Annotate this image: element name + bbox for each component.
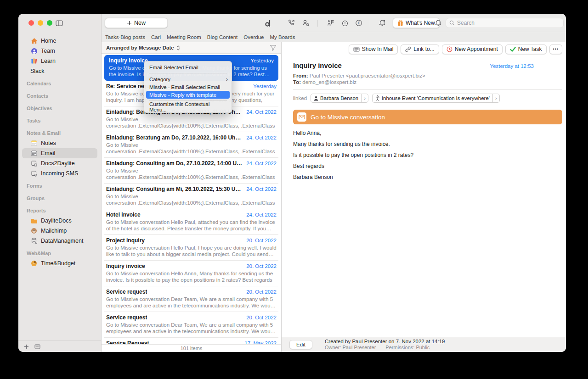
email-from: From: Paul Presenter <paul.praesentator@… [293,72,562,79]
tab-carl[interactable]: Carl [151,34,161,40]
euro-icon[interactable]: € [355,19,363,27]
search-icon [449,20,455,26]
email-list-item[interactable]: Einladung: Beratung am Do, 27.10.2022, 1… [104,132,278,158]
menu-item-category[interactable]: Category› [144,75,232,83]
email-list-item[interactable]: Einladung: Consulting am Mi, 26.10.2022,… [104,184,278,209]
menu-separator [149,73,227,73]
sidebar-item-notes[interactable]: Notes [22,138,97,148]
sidebar-nav: Home Team Learn Slack Calendars Contacts… [18,36,101,268]
email-body: Hello Anna, Many thanks for sending us t… [293,124,562,180]
email-list-item[interactable]: Service Request17. May 2022 [104,338,278,344]
filter-icon[interactable] [270,45,277,51]
submenu-arrow-icon: › [226,77,228,82]
envelope-icon [297,112,306,122]
sidebar-section-forms[interactable]: Forms [18,181,101,191]
sidebar-item-docs2daylite[interactable]: Docs2Daylite [22,158,97,168]
sidebar-item-incoming-sms[interactable]: Incoming SMS [22,168,97,178]
created-info: Created by Paul Presenter on 7. Nov 2022… [325,339,445,345]
list-sort-header[interactable]: Arranged by Message Date [102,42,281,54]
close-button[interactable] [28,20,34,26]
menu-item-missive-reply-with-template[interactable]: Missive - Reply with template [146,91,230,99]
new-button[interactable]: New [105,18,168,28]
search-input[interactable] [457,20,560,26]
minimize-button[interactable] [38,20,43,26]
more-button[interactable]: ••• [549,45,562,54]
email-to: To: demo_en@iosxpert.biz [293,79,562,85]
tab-my-boards[interactable]: My Boards [270,34,295,40]
new-appointment-button[interactable]: New Appointment [442,45,503,54]
detail-footer: Edit Created by Paul Presenter on 7. Nov… [282,337,566,352]
missive-conversation-button[interactable]: Go to Missive conversation [293,110,562,124]
add-button[interactable] [24,344,29,349]
person-icon [314,96,318,101]
database-icon [30,237,38,245]
item-count: 101 items [102,344,281,352]
boards-tabbar: Tasks-Blog posts Carl Meeting Room Blog … [102,32,566,42]
sidebar-section-webmap[interactable]: Web&Map [18,248,101,258]
email-list-item[interactable]: Project inquiry20. Oct 2022 Go to Missiv… [104,235,278,261]
sidebar-section-objectives[interactable]: Objectives [18,103,101,113]
mail-icon [353,47,360,52]
appointment-clock-icon [447,46,452,52]
search-field[interactable] [446,18,564,28]
calendar-panel-icon[interactable] [34,344,40,349]
sidebar-section-notes-email[interactable]: Notes & Email [18,128,101,138]
sidebar-item-learn[interactable]: Learn [22,56,97,66]
sidebar-item-datamanagment[interactable]: DataManagment [22,236,97,246]
sidebar-section-contacts[interactable]: Contacts [18,91,101,101]
toolbar-separator [370,20,370,27]
sidebar-item-mailchimp[interactable]: Mailchimp [22,226,97,236]
sidebar-item-team[interactable]: Team [22,46,97,56]
sidebar-section-groups[interactable]: Groups [18,193,101,203]
menu-item-email-selected-email[interactable]: Email Selected Email [144,63,232,71]
sidebar-section-calendars[interactable]: Calendars [18,78,101,89]
chevron-right-icon[interactable]: › [361,94,368,102]
chevron-right-icon[interactable]: › [492,94,499,102]
bell-icon[interactable] [434,19,442,27]
sidebar-item-home[interactable]: Home [22,36,97,46]
email-list-item[interactable]: Inquiry invoice20. Oct 2022 Go to Missiv… [104,261,278,286]
tab-meeting-room[interactable]: Meeting Room [167,34,201,40]
toolbar-separator [317,20,318,27]
tab-tasks-blog-posts[interactable]: Tasks-Blog posts [105,34,145,40]
new-task-button[interactable]: New Task [505,45,547,54]
sidebar-item-email[interactable]: Email [22,148,97,158]
sidebar-toggle-icon[interactable] [56,20,63,26]
notification-bell-badge-icon[interactable] [378,19,386,27]
sidebar-section-reports[interactable]: Reports [18,206,101,216]
context-menu: Email Selected Email Category› Missive -… [144,61,232,113]
folder-icon [30,217,38,224]
tab-overdue[interactable]: Overdue [243,34,264,40]
tab-blog-content[interactable]: Blog Content [207,34,238,40]
email-detail-pane: Show In Mail Link to... New Appointment … [282,42,566,352]
menu-item-customize-contextual-menu[interactable]: Customize this Contextual Menu... [144,103,232,111]
sidebar-item-timebudget[interactable]: Time&Budget [22,258,97,268]
email-list-item[interactable]: Service request20. Oct 2022 Go to Missiv… [104,312,278,338]
linked-contact-chip[interactable]: Barbara Benson › [311,94,368,103]
sidebar-item-slack[interactable]: Slack [22,66,97,76]
timer-icon[interactable] [341,19,349,27]
email-list-item[interactable]: Einladung: Consulting am Do, 27.10.2022,… [104,158,278,184]
edit-button[interactable]: Edit [289,340,312,349]
menu-item-missive-email-selected-email[interactable]: Missive - Email Selected Email [144,83,232,91]
linked-event-chip[interactable]: Inhouse Event 'Communication is everywhe… [372,94,500,103]
phone-outgoing-icon[interactable] [287,19,295,27]
linked-row: linked Barbara Benson › Inhouse Even [293,94,562,103]
contact-link-icon[interactable] [302,19,310,27]
email-subject: Inquiry invoice [293,61,342,69]
svg-text:€: € [358,21,360,25]
show-in-mail-button[interactable]: Show In Mail [349,45,398,54]
delegate-task-icon[interactable] [327,19,335,27]
sms-gear-icon [30,170,38,177]
b-logo-icon[interactable] [263,19,271,27]
zoom-button[interactable] [47,20,52,26]
sidebar-footer [18,340,101,352]
whats-new-button[interactable]: What's New [393,18,440,28]
link-to-button[interactable]: Link to... [401,45,439,54]
sort-chevrons-icon[interactable] [176,45,180,50]
sidebar-section-tasks[interactable]: Tasks [18,116,101,126]
detail-toolbar: Show In Mail Link to... New Appointment … [282,42,566,56]
sidebar-item-daylitedocs[interactable]: DayliteDocs [22,216,97,226]
email-list-item[interactable]: Service request20. Oct 2022 Go to Missiv… [104,286,278,312]
email-list-item[interactable]: Hotel invoice24. Oct 2022 Go to Missive … [104,209,278,235]
